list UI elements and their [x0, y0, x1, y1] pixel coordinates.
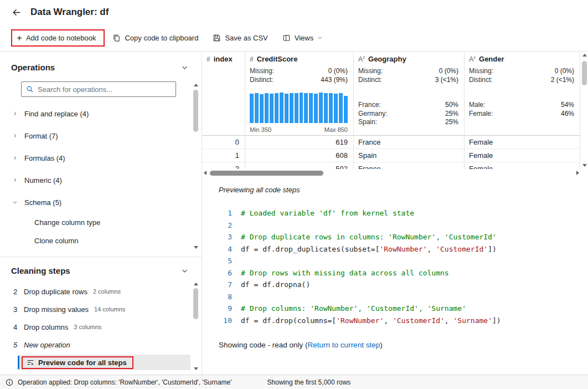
info-icon	[6, 378, 13, 386]
code-text: # Loaded variable 'df' from kernel state	[241, 207, 414, 219]
chevron-right-icon	[12, 132, 18, 140]
scroll-right-arrow[interactable]	[576, 171, 579, 175]
add-code-button[interactable]: + Add code to notebook	[17, 34, 96, 42]
code-line: 10df = df.drop(columns=['RowNumber', 'Cu…	[219, 315, 577, 327]
scroll-up-arrow[interactable]	[194, 84, 198, 86]
stat-value: 50%	[445, 101, 458, 110]
back-arrow-icon	[11, 7, 22, 18]
save-csv-button[interactable]: Save as CSV	[213, 34, 267, 42]
chevron-right-icon	[12, 110, 18, 118]
grid-cell[interactable]: Female	[465, 136, 580, 149]
grid-cell[interactable]: Female	[465, 162, 580, 169]
histogram-bar	[250, 94, 254, 123]
scroll-left-arrow[interactable]	[204, 171, 207, 175]
line-number: 8	[219, 291, 232, 303]
cleaning-step-item[interactable]: 5New operation	[11, 336, 202, 354]
status-bar: Operation applied: Drop columns: 'RowNum…	[0, 375, 588, 389]
histogram-bar	[304, 93, 308, 123]
save-csv-label: Save as CSV	[225, 34, 267, 42]
code-text: df = df.drop_duplicates(subset=['RowNumb…	[241, 243, 497, 255]
code-line: 7df = df.dropna()	[219, 279, 577, 291]
histogram-bar	[285, 94, 288, 123]
cleaning-steps-panel: Cleaning steps 2Drop duplicate rows2 col…	[0, 257, 202, 375]
stat-value: 54%	[561, 101, 574, 110]
operation-group-label: Numeric (4)	[24, 176, 62, 185]
histogram-bar	[344, 96, 348, 123]
line-number: 3	[219, 231, 232, 243]
operations-search	[21, 81, 176, 97]
scrollbar-thumb[interactable]	[193, 288, 198, 319]
scrollbar-thumb[interactable]	[210, 171, 323, 176]
grid-column-creditscore: #CreditScoreMissing:0 (0%)Distinct:443 (…	[245, 52, 354, 169]
column-name-row: #index	[207, 55, 239, 63]
scrollbar-thumb[interactable]	[193, 90, 198, 132]
operations-collapse-button[interactable]	[181, 64, 188, 71]
column-stat-row: Spain:25%	[358, 118, 458, 127]
scroll-down-arrow[interactable]	[582, 164, 587, 167]
cleaning-step-item[interactable]: 4Drop columns3 columns	[11, 318, 202, 336]
operation-group-label: Find and replace (4)	[24, 110, 89, 118]
save-icon	[213, 34, 221, 42]
chevron-down-icon	[317, 35, 323, 40]
cleaning-step-item[interactable]: 3Drop missing values14 columns	[11, 300, 202, 318]
column-header-geography[interactable]: AzGeographyMissing:0 (0%)Distinct:3 (<1%…	[354, 52, 464, 136]
step-label: New operation	[24, 341, 70, 349]
operation-group[interactable]: Format (7)	[11, 125, 202, 147]
column-header-index[interactable]: #index	[202, 52, 245, 136]
code-text: df = df.drop(columns=['RowNumber', 'Cust…	[241, 315, 501, 327]
operation-item[interactable]: Change column type	[11, 213, 202, 232]
cleaning-steps-collapse-button[interactable]	[181, 267, 188, 274]
code-line: 5	[219, 255, 577, 267]
copy-code-button[interactable]: Copy code to clipboard	[112, 34, 198, 42]
grid-cell[interactable]: Spain	[354, 149, 464, 162]
grid-cell[interactable]: Female	[465, 149, 580, 162]
operation-group[interactable]: Formulas (4)	[11, 147, 202, 169]
stat-value: 0 (0%)	[555, 67, 574, 76]
operations-tree: Find and replace (4)Format (7)Formulas (…	[11, 103, 202, 250]
scroll-down-arrow[interactable]	[194, 246, 198, 249]
grid-cell[interactable]: 1	[202, 149, 245, 162]
grid-cell[interactable]: 608	[245, 149, 353, 162]
code-line: 6# Drop rows with missing data across al…	[219, 267, 577, 279]
grid-cell[interactable]: 502	[245, 162, 353, 169]
text-column-icon: Az	[469, 55, 476, 63]
grid-cell[interactable]: France	[354, 162, 464, 169]
operation-group[interactable]: Numeric (4)	[11, 169, 202, 191]
preview-code-all-steps-item[interactable]: Preview code for all steps	[18, 355, 190, 370]
plus-icon: +	[17, 34, 22, 42]
grid-cell[interactable]: France	[354, 136, 464, 149]
step-label: Drop missing values	[24, 305, 89, 314]
scroll-up-arrow[interactable]	[582, 54, 587, 57]
grid-cell[interactable]: 2	[202, 162, 245, 169]
column-name-row: AzGender	[469, 55, 574, 63]
code-line: 3# Drop duplicate rows in columns: 'RowN…	[219, 231, 577, 243]
add-code-label: Add code to notebook	[26, 34, 96, 42]
window-title: Data Wrangler: df	[30, 7, 109, 18]
line-number: 4	[219, 243, 232, 255]
column-stat-row: Female:46%	[469, 110, 574, 119]
column-value-distribution: Male:54%Female:46%	[469, 101, 574, 118]
operation-group[interactable]: Find and replace (4)	[11, 103, 202, 125]
operation-item[interactable]: Clone column	[11, 232, 202, 250]
histogram-bar	[329, 93, 333, 123]
scrollbar-thumb[interactable]	[582, 61, 587, 85]
grid-cell[interactable]: 0	[202, 136, 245, 149]
numeric-column-icon: #	[250, 55, 254, 63]
views-button[interactable]: Views	[282, 34, 323, 42]
column-header-creditscore[interactable]: #CreditScoreMissing:0 (0%)Distinct:443 (…	[245, 52, 353, 136]
return-to-current-step-link[interactable]: Return to current step	[308, 341, 380, 349]
column-stats: Missing:0 (0%)Distinct:443 (9%)	[250, 67, 348, 84]
scroll-down-arrow[interactable]	[194, 367, 198, 370]
data-wrangler-window: Data Wrangler: df + Add code to notebook…	[0, 0, 588, 389]
search-input[interactable]	[38, 85, 171, 94]
grid-cell[interactable]: 619	[245, 136, 353, 149]
back-button[interactable]	[11, 7, 22, 18]
code-text: # Drop rows with missing data across all…	[241, 267, 449, 279]
operation-group[interactable]: Schema (5)	[11, 191, 202, 213]
column-header-gender[interactable]: AzGenderMissing:0 (0%)Distinct:2 (<1%)Ma…	[465, 52, 580, 136]
stat-label: Distinct:	[469, 76, 493, 85]
code-line: 9# Drop columns: 'RowNumber', 'CustomerI…	[219, 303, 577, 315]
scroll-up-arrow[interactable]	[194, 283, 198, 285]
cleaning-step-item[interactable]: 2Drop duplicate rows2 columns	[11, 283, 202, 300]
histogram-bar	[324, 93, 328, 123]
